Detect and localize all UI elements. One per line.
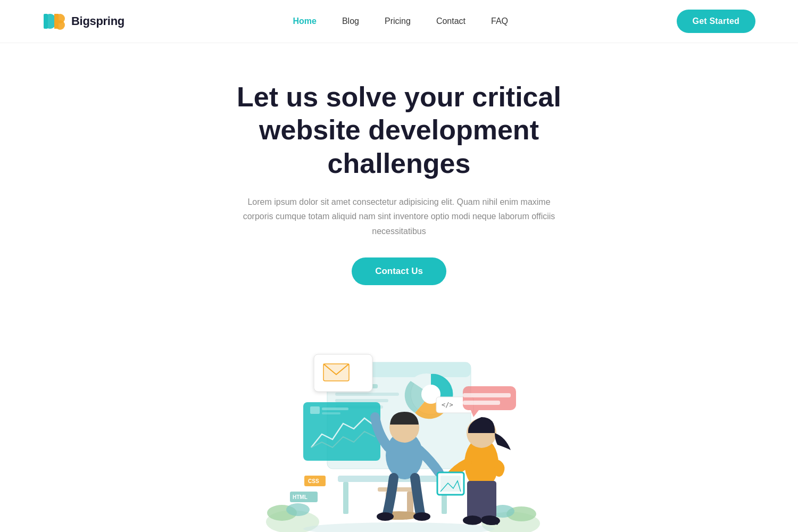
svg-point-8 bbox=[286, 503, 310, 516]
svg-rect-48 bbox=[467, 481, 496, 518]
hero-title: Let us solve your critical website devel… bbox=[213, 80, 585, 180]
contact-us-button[interactable]: Contact Us bbox=[352, 257, 446, 285]
logo-icon bbox=[43, 12, 67, 30]
hero-illustration: </> CSS HTML bbox=[250, 333, 548, 532]
svg-rect-56 bbox=[463, 393, 511, 397]
svg-rect-19 bbox=[335, 399, 388, 402]
svg-text:HTML: HTML bbox=[293, 494, 307, 500]
svg-rect-1 bbox=[44, 14, 48, 29]
svg-rect-37 bbox=[343, 482, 348, 514]
nav-faq[interactable]: FAQ bbox=[491, 16, 508, 26]
svg-rect-55 bbox=[463, 386, 516, 410]
svg-rect-18 bbox=[335, 393, 399, 396]
logo-svg bbox=[43, 12, 67, 30]
svg-point-45 bbox=[377, 512, 394, 521]
hero-description: Lorem ipsum dolor sit amet consectetur a… bbox=[234, 195, 564, 238]
svg-point-46 bbox=[413, 512, 430, 521]
svg-rect-51 bbox=[440, 476, 461, 492]
svg-rect-5 bbox=[54, 14, 59, 29]
hero-section: Let us solve your critical website devel… bbox=[0, 43, 798, 333]
illustration-container: </> CSS HTML bbox=[0, 333, 798, 532]
svg-marker-58 bbox=[471, 410, 479, 417]
svg-point-59 bbox=[303, 522, 495, 532]
svg-text:</>: </> bbox=[442, 401, 453, 409]
svg-point-52 bbox=[463, 516, 482, 525]
nav-home[interactable]: Home bbox=[293, 16, 316, 26]
logo-text: Bigspring bbox=[71, 14, 124, 28]
nav-blog[interactable]: Blog bbox=[342, 16, 359, 26]
get-started-button[interactable]: Get Started bbox=[677, 10, 755, 33]
svg-rect-29 bbox=[322, 412, 340, 414]
nav-contact[interactable]: Contact bbox=[436, 16, 466, 26]
nav: Home Blog Pricing Contact FAQ bbox=[293, 16, 508, 26]
nav-pricing[interactable]: Pricing bbox=[385, 16, 411, 26]
svg-rect-28 bbox=[322, 408, 348, 410]
svg-rect-27 bbox=[310, 406, 320, 414]
svg-text:CSS: CSS bbox=[308, 478, 319, 484]
logo: Bigspring bbox=[43, 12, 124, 30]
header: Bigspring Home Blog Pricing Contact FAQ … bbox=[0, 0, 798, 43]
svg-rect-57 bbox=[463, 401, 500, 405]
